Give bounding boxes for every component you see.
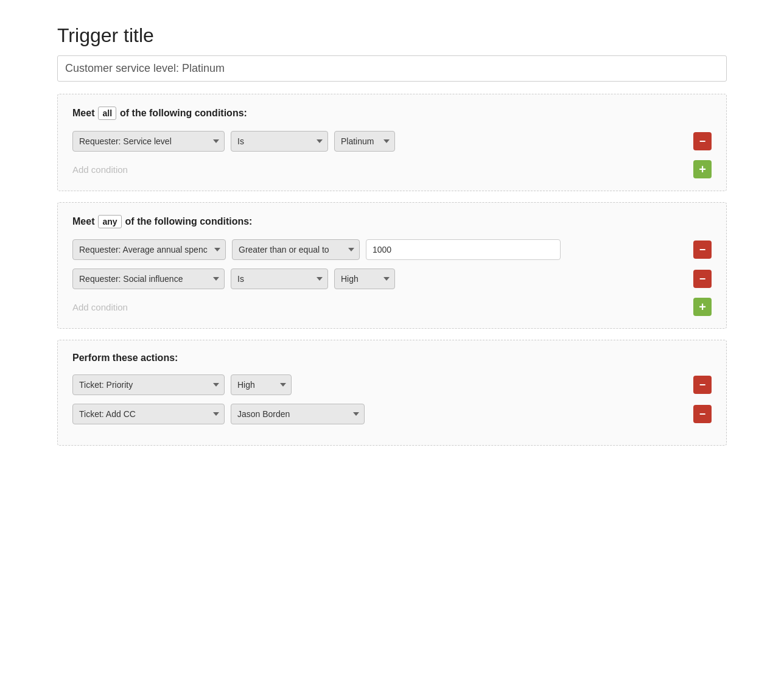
any-add-condition-row: Add condition +: [72, 298, 712, 316]
trigger-title-input[interactable]: [57, 55, 727, 82]
any-condition-value-select-2[interactable]: High: [334, 269, 395, 289]
any-add-condition-button[interactable]: +: [693, 298, 712, 316]
any-condition-value-input-1[interactable]: [366, 239, 561, 260]
all-meet-label: Meet: [72, 108, 94, 119]
any-conditions-section: Meet any of the following conditions: Re…: [57, 202, 727, 329]
action-field-select-2[interactable]: Ticket: Add CC: [72, 404, 225, 424]
all-condition-row-1: Requester: Service level Is Platinum −: [72, 131, 712, 152]
action-row-1: Ticket: Priority High −: [72, 374, 712, 395]
any-meet-label: Meet: [72, 216, 94, 227]
any-condition-row-2: Requester: Social influence Is High −: [72, 269, 712, 289]
trigger-title-heading: Trigger title: [57, 24, 727, 47]
all-keyword: all: [98, 107, 116, 120]
any-keyword: any: [98, 215, 121, 228]
any-condition-operator-select-2[interactable]: Is: [231, 269, 328, 289]
minus-icon-action-2: −: [699, 409, 706, 419]
all-of-label: of the following conditions:: [120, 108, 247, 119]
all-conditions-section: Meet all of the following conditions: Re…: [57, 94, 727, 191]
all-condition-field-select-1[interactable]: Requester: Service level: [72, 131, 225, 152]
all-add-condition-label: Add condition: [72, 164, 128, 175]
all-add-condition-button[interactable]: +: [693, 160, 712, 178]
minus-icon-any-2: −: [699, 273, 706, 284]
action-field-select-1[interactable]: Ticket: Priority: [72, 374, 225, 395]
action-remove-button-1[interactable]: −: [693, 376, 712, 394]
all-add-condition-row: Add condition +: [72, 160, 712, 178]
plus-icon-all: +: [699, 163, 706, 175]
all-remove-button-1[interactable]: −: [693, 132, 712, 150]
plus-icon-any: +: [699, 301, 706, 313]
any-conditions-header: Meet any of the following conditions:: [72, 215, 712, 228]
action-row-2: Ticket: Add CC Jason Borden −: [72, 404, 712, 424]
minus-icon-any-1: −: [699, 244, 706, 255]
page-container: Trigger title Meet all of the following …: [45, 12, 739, 458]
action-value-select-1[interactable]: High: [231, 374, 292, 395]
all-condition-value-select-1[interactable]: Platinum: [334, 131, 395, 152]
any-remove-button-1[interactable]: −: [693, 240, 712, 259]
any-remove-button-2[interactable]: −: [693, 270, 712, 288]
minus-icon-1: −: [699, 136, 706, 147]
all-condition-operator-select-1[interactable]: Is: [231, 131, 328, 152]
actions-section: Perform these actions: Ticket: Priority …: [57, 340, 727, 446]
actions-header: Perform these actions:: [72, 353, 712, 363]
actions-heading: Perform these actions:: [72, 353, 178, 363]
any-add-condition-label: Add condition: [72, 302, 128, 312]
any-condition-field-select-2[interactable]: Requester: Social influence: [72, 269, 225, 289]
minus-icon-action-1: −: [699, 379, 706, 390]
any-condition-operator-select-1[interactable]: Greater than or equal to: [232, 239, 360, 260]
any-condition-row-1: Requester: Average annual spenc Greater …: [72, 239, 712, 260]
any-of-label: of the following conditions:: [125, 216, 253, 227]
action-remove-button-2[interactable]: −: [693, 405, 712, 423]
action-value-select-2[interactable]: Jason Borden: [231, 404, 365, 424]
all-conditions-header: Meet all of the following conditions:: [72, 107, 712, 120]
any-condition-field-select-1[interactable]: Requester: Average annual spenc: [72, 239, 226, 260]
